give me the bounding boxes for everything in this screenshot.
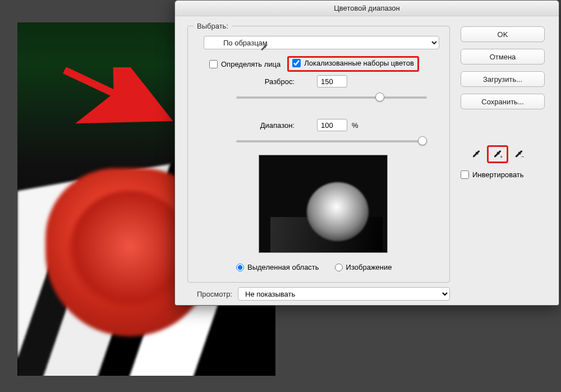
svg-text:−: −	[521, 154, 524, 159]
load-button[interactable]: Загрузить...	[461, 71, 545, 87]
dialog-titlebar[interactable]: Цветовой диапазон	[175, 1, 559, 16]
select-label: Выбрать:	[194, 22, 232, 30]
select-row: По образцам	[198, 36, 439, 49]
view-select[interactable]: Не показывать	[238, 287, 450, 301]
dialog-content: Выбрать: По образцам Определять лица Лок…	[187, 22, 546, 301]
color-range-dialog: Цветовой диапазон Выбрать: По образцам О…	[174, 0, 559, 306]
radio-image-label: Изображение	[346, 263, 392, 271]
radio-selection[interactable]: Выделенная область	[236, 263, 319, 271]
select-group: Выбрать: По образцам Определять лица Лок…	[187, 22, 450, 283]
range-suffix: %	[352, 121, 358, 130]
checkbox-row: Определять лица Локализованные наборы цв…	[209, 56, 445, 72]
dialog-button-column: OK Отмена Загрузить... Сохранить...	[461, 26, 545, 109]
eyedropper-plus-icon: +	[493, 149, 503, 159]
sampled-colors-select[interactable]: По образцам	[204, 36, 439, 49]
save-button[interactable]: Сохранить...	[461, 94, 545, 109]
radio-selection-label: Выделенная область	[247, 263, 319, 271]
slider-handle[interactable]	[375, 93, 384, 102]
cancel-button[interactable]: Отмена	[461, 49, 545, 64]
localized-highlight: Локализованные наборы цветов	[287, 56, 419, 72]
selection-preview	[259, 155, 388, 253]
eyedropper-add-button[interactable]: +	[489, 147, 506, 161]
view-label: Просмотр:	[187, 290, 232, 298]
range-input[interactable]	[317, 119, 347, 131]
detect-faces-label: Определять лица	[221, 60, 280, 68]
eyedropper-icon	[471, 149, 481, 159]
radio-selection-input[interactable]	[236, 264, 244, 271]
eyedropper-add-highlight: +	[487, 145, 508, 163]
slider-track	[236, 96, 427, 99]
eyedropper-minus-icon: −	[514, 149, 524, 159]
radio-image-input[interactable]	[335, 264, 343, 271]
range-row: Диапазон: %	[210, 119, 435, 131]
slider-track	[236, 140, 427, 142]
invert-input[interactable]	[461, 170, 469, 179]
fuzziness-input[interactable]	[317, 75, 347, 87]
fuzziness-slider[interactable]	[236, 92, 427, 103]
eyedropper-subtract-button[interactable]: −	[511, 147, 527, 161]
selection-preview-row: Просмотр: Не показывать	[187, 287, 450, 301]
localized-label: Локализованные наборы цветов	[304, 59, 414, 67]
localized-input[interactable]	[292, 59, 301, 67]
invert-label: Инвертировать	[472, 170, 524, 179]
detect-faces-input[interactable]	[209, 60, 218, 68]
preview-mode-radios: Выделенная область Изображение	[236, 263, 392, 271]
range-label: Диапазон:	[210, 121, 295, 130]
fuzziness-row: Разброс:	[210, 75, 435, 87]
slider-handle[interactable]	[418, 136, 427, 145]
eyedropper-tools: + −	[468, 145, 527, 163]
eyedropper-sample-button[interactable]	[468, 147, 485, 161]
radio-image[interactable]: Изображение	[335, 263, 392, 271]
svg-text:+: +	[500, 154, 503, 159]
dialog-title: Цветовой диапазон	[334, 4, 400, 12]
invert-checkbox[interactable]: Инвертировать	[461, 170, 524, 179]
localized-checkbox[interactable]: Локализованные наборы цветов	[292, 59, 414, 67]
ok-button[interactable]: OK	[461, 26, 545, 42]
detect-faces-checkbox[interactable]: Определять лица	[209, 60, 280, 68]
range-slider[interactable]	[236, 136, 427, 147]
fuzziness-label: Разброс:	[210, 77, 295, 86]
preview-rose-bw	[307, 182, 369, 241]
